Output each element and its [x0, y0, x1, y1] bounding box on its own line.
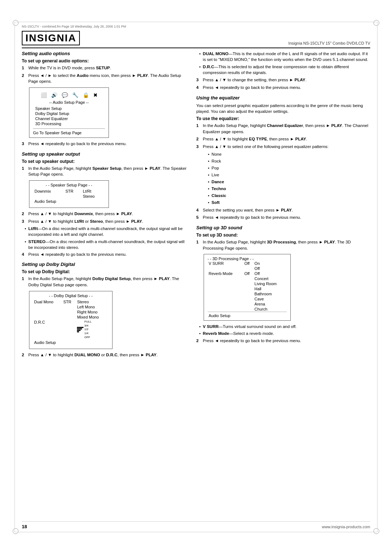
cell-stereo: Stereo [81, 194, 105, 199]
cell-concert: Concert [253, 276, 287, 281]
menu-footer-item: Go To Speaker Setup Page [33, 130, 105, 135]
cell-empty [208, 291, 243, 296]
file-info: NS-15CLTV - combined.fm Page 18 Wednesda… [22, 25, 126, 28]
insignia-logo: INSI·GNIA [22, 31, 80, 45]
step-num: 2 [22, 73, 26, 85]
proc-row-arena: Arena [208, 301, 287, 307]
step-num: 2 [196, 338, 201, 344]
bullet-symbol: • [199, 51, 201, 62]
step-num: 4 [196, 85, 201, 91]
cell-audio-setup-footer: Audio Setup [208, 312, 287, 319]
audio-menu-header: -- Audio Setup Page -- [33, 100, 105, 104]
x-icon: ✖ [93, 92, 98, 98]
bullet-text: V SURR—Turns virtual surround sound on a… [203, 324, 297, 329]
cell-vsurr-label: V SURR [208, 261, 243, 266]
bullet-symbol: • [199, 64, 201, 75]
step-text: In the Audio Setup Page, highlight Chann… [203, 123, 370, 135]
header-title: Insignia NS-15CLTV 15" Combo DVD/LCD TV [289, 41, 370, 45]
cell-empty [33, 315, 62, 320]
cell-drc: D.R.C [33, 320, 62, 340]
cell-str: STR [64, 189, 81, 194]
cell-dual-mono: Dual Mono [33, 299, 62, 304]
step-text: In the Audio Setup Page, highlight Speak… [28, 165, 189, 177]
disc-icon: ⬜ [41, 92, 47, 98]
bullet-symbol: • [208, 179, 209, 185]
menu-item-speaker: Speaker Setup [33, 106, 105, 111]
page-footer: 18 www.insignia-products.com [22, 521, 370, 529]
footer-url: www.insignia-products.com [322, 525, 370, 529]
setup-icon: 🔧 [72, 92, 78, 98]
step-text: Press ▲ / ▼ to change the setting, then … [203, 77, 307, 83]
subsection-dolby: To set up Dolby Digital: [22, 269, 189, 274]
page-header: INSI·GNIA Insignia NS-15CLTV 15" Combo D… [22, 31, 370, 48]
dolby-row1: Dual Mono STR Stereo [33, 299, 109, 304]
bullet-symbol: • [25, 226, 26, 237]
step-3d-1: 1 In the Audio Setup Page, highlight 3D … [196, 239, 370, 251]
proc-row-cave: Cave [208, 296, 287, 301]
bullet-symbol: • [199, 324, 201, 329]
cell-hall: Hall [253, 286, 287, 291]
cell-drc-bars: FULL 3/4 1/2 1/4 OFF [76, 320, 109, 340]
bullet-symbol: • [199, 331, 201, 336]
bullet-symbol: • [208, 193, 209, 198]
step-num: 1 [22, 165, 26, 177]
option-label: Soft [212, 200, 220, 205]
cell-ltrt: Lt/Rt [81, 189, 105, 194]
bullet-text: STEREO—On a disc recorded with a multi-c… [28, 239, 189, 250]
step-num: 5 [196, 214, 201, 221]
eq-intro: You can select preset graphic equalizer … [196, 103, 370, 115]
speaker-row3: Audio Setup [33, 199, 105, 204]
step-audio-3: 3 Press ◄ repeatedly to go back to the p… [22, 141, 189, 147]
cell-empty [243, 281, 253, 286]
subsection-eq: To use the equalizer: [196, 116, 370, 121]
option-label: Techno [212, 186, 226, 192]
cell-arena: Arena [253, 301, 287, 307]
step-text: Press ◄ / ► to select the Audio menu ico… [28, 73, 189, 85]
step-text: Press ▲ / ▼ to highlight DUAL MONO or D.… [28, 352, 158, 358]
cell-living-room: Living Room [253, 281, 287, 286]
bullet-symbol: • [208, 165, 209, 171]
step-audio-2: 2 Press ◄ / ► to select the Audio menu i… [22, 73, 189, 85]
lock-icon: 🔒 [83, 92, 89, 98]
step-text: Press ◄ repeatedly to go back to the pre… [203, 338, 301, 344]
dolby-setup-menu: - - Dolby Digital Setup - - Dual Mono ST… [29, 291, 113, 349]
step-num: 4 [22, 251, 26, 258]
step-speaker-4: 4 Press ◄ repeatedly to go back to the p… [22, 251, 189, 258]
cell-empty1 [33, 194, 64, 199]
step-text: Press ▲ / ▼ to highlight Downmix, then p… [28, 211, 133, 217]
processing-menu: - - 3D Processing Page - - V SURR Off On… [204, 254, 291, 321]
cell-empty [33, 304, 62, 309]
menu-item-dolby: Dolby Digital Setup [33, 111, 105, 116]
step-dual-4: 4 Press ◄ repeatedly to go back to the p… [196, 85, 370, 91]
cell-right-mono: Right Mono [76, 309, 109, 315]
processing-table: V SURR Off On Off Reverb Mode Off Off [208, 261, 287, 318]
cell-empty [243, 286, 253, 291]
logo-text-span: INSI·GNIA [25, 32, 76, 44]
menu-icons-row: ⬜ 🔊 💬 🔧 🔒 ✖ [33, 92, 105, 98]
drc-bar-container: FULL 3/4 1/2 1/4 OFF [77, 320, 107, 340]
step-3d-2: 2 Press ◄ repeatedly to go back to the p… [196, 338, 370, 344]
step-num: 3 [196, 77, 201, 83]
eq-option-none: •None [205, 151, 370, 157]
page-number: 18 [22, 524, 27, 529]
subtitle-icon: 💬 [62, 92, 68, 98]
cell-cave: Cave [253, 296, 287, 301]
bullet-drc: • D.R.C—This is selected to adjust the l… [196, 64, 370, 75]
step-text: Press ▲ / ▼ to highlight EQ TYPE, then p… [203, 136, 307, 142]
step-num: 4 [196, 207, 201, 213]
step-num: 3 [22, 218, 26, 225]
cell-empty [243, 266, 253, 271]
speaker-row1: Downmix STR Lt/Rt [33, 189, 105, 194]
cell-empty [62, 315, 76, 320]
bullet-symbol: • [208, 186, 209, 192]
cell-vsurr-on: On [253, 261, 287, 266]
speaker-setup-menu: - - Speaker Setup Page - - Downmix STR L… [29, 180, 109, 208]
subsection-general-audio: To set up general audio options: [22, 58, 189, 63]
bullet-symbol: • [208, 158, 209, 164]
step-num: 1 [196, 239, 201, 251]
cell-empty [62, 320, 76, 340]
cell-empty [208, 307, 243, 312]
bullet-text: Lt/Rt—On a disc recorded with a multi-ch… [28, 226, 189, 237]
bullet-symbol: • [208, 151, 209, 157]
drc-labels: FULL 3/4 1/2 1/4 OFF [84, 320, 91, 340]
